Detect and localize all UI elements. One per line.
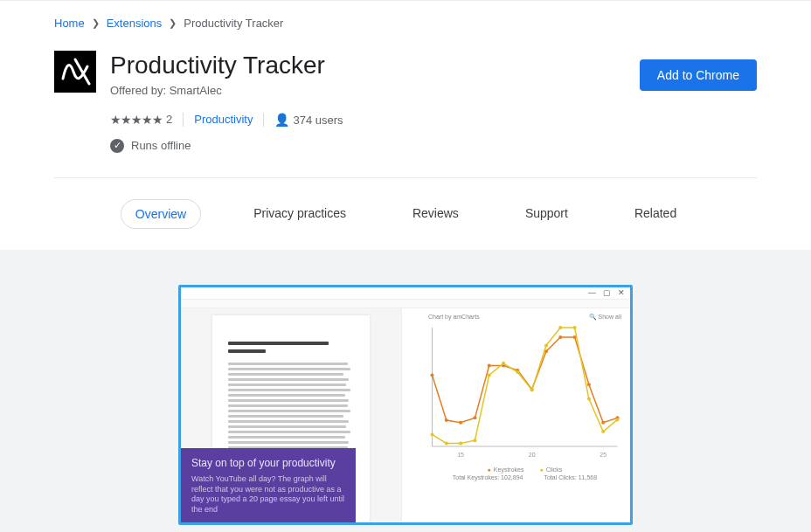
total-keystrokes: Total Keystrokes: 102,894 bbox=[453, 474, 523, 480]
chart-panel: Chart by amCharts 🔍 Show all 152025 Keys… bbox=[401, 308, 630, 522]
svg-point-21 bbox=[473, 439, 476, 442]
category-link[interactable]: Productivity bbox=[194, 113, 253, 126]
svg-point-6 bbox=[459, 420, 462, 424]
document-editor: Stay on top of your productivity Watch Y… bbox=[181, 308, 401, 522]
breadcrumb-extensions[interactable]: Extensions bbox=[107, 17, 163, 30]
star-icon: ★★★★★ bbox=[110, 113, 163, 127]
svg-point-26 bbox=[544, 343, 548, 347]
callout-title: Stay on top of your productivity bbox=[191, 457, 345, 471]
minimize-icon: — bbox=[588, 288, 596, 297]
tab-reviews[interactable]: Reviews bbox=[399, 199, 473, 229]
tab-related[interactable]: Related bbox=[620, 199, 690, 229]
svg-point-15 bbox=[587, 383, 591, 386]
maximize-icon: ▢ bbox=[603, 288, 611, 297]
promo-callout: Stay on top of your productivity Watch Y… bbox=[181, 448, 356, 523]
add-to-chrome-button[interactable]: Add to Chrome bbox=[640, 59, 757, 91]
runs-offline-label: Runs offline bbox=[131, 139, 191, 152]
svg-point-24 bbox=[516, 370, 519, 374]
extension-title: Productivity Tracker bbox=[110, 51, 640, 80]
svg-point-20 bbox=[459, 441, 462, 445]
chevron-right-icon: ❯ bbox=[169, 17, 177, 29]
chart-header: Chart by amCharts bbox=[428, 314, 480, 321]
tab-privacy[interactable]: Privacy practices bbox=[239, 199, 360, 229]
svg-point-23 bbox=[502, 361, 505, 364]
breadcrumb-current: Productivity Tracker bbox=[184, 17, 283, 30]
chevron-right-icon: ❯ bbox=[92, 17, 100, 29]
svg-point-5 bbox=[445, 418, 448, 422]
svg-point-19 bbox=[445, 441, 448, 445]
svg-point-16 bbox=[601, 420, 605, 424]
productivity-chart: 152025 bbox=[428, 322, 621, 462]
divider bbox=[263, 113, 264, 127]
legend-keystrokes: Keystrokes bbox=[488, 466, 524, 473]
svg-point-13 bbox=[558, 335, 562, 338]
extension-icon bbox=[54, 51, 96, 93]
screenshot-gallery: — ▢ ✕ bbox=[0, 250, 811, 532]
divider bbox=[183, 113, 184, 127]
users-count: 👤374 users bbox=[274, 113, 343, 127]
legend-clicks: Clicks bbox=[539, 466, 562, 473]
svg-point-28 bbox=[573, 326, 577, 329]
tab-support[interactable]: Support bbox=[511, 199, 582, 229]
browser-toolbar bbox=[181, 300, 630, 308]
svg-point-27 bbox=[558, 326, 562, 329]
svg-point-22 bbox=[488, 373, 491, 377]
rating-stars[interactable]: ★★★★★ 2 bbox=[110, 113, 172, 127]
callout-body: Watch YouTube all day? The graph will re… bbox=[191, 474, 345, 515]
check-circle-icon: ✓ bbox=[110, 139, 124, 153]
person-icon: 👤 bbox=[274, 113, 289, 127]
svg-point-8 bbox=[488, 363, 491, 367]
svg-point-7 bbox=[473, 416, 476, 419]
svg-point-25 bbox=[530, 388, 534, 391]
tab-overview[interactable]: Overview bbox=[121, 199, 201, 229]
breadcrumb: Home ❯ Extensions ❯ Productivity Tracker bbox=[54, 1, 757, 38]
close-icon: ✕ bbox=[618, 288, 625, 297]
breadcrumb-home[interactable]: Home bbox=[54, 17, 85, 30]
rating-count: 2 bbox=[166, 113, 172, 126]
total-clicks: Total Clicks: 11,568 bbox=[544, 474, 597, 480]
svg-point-18 bbox=[431, 432, 434, 436]
screenshot-image[interactable]: — ▢ ✕ bbox=[178, 285, 633, 525]
svg-line-0 bbox=[75, 59, 89, 84]
svg-point-29 bbox=[587, 397, 591, 400]
svg-text:20: 20 bbox=[529, 452, 536, 458]
svg-point-31 bbox=[616, 418, 620, 421]
svg-text:15: 15 bbox=[457, 452, 464, 458]
offered-by: Offered by: SmartAlec bbox=[110, 84, 640, 97]
window-title-bar: — ▢ ✕ bbox=[181, 287, 630, 300]
svg-point-30 bbox=[601, 430, 605, 433]
show-all-label: 🔍 Show all bbox=[589, 314, 621, 321]
svg-text:25: 25 bbox=[600, 452, 607, 458]
svg-point-4 bbox=[431, 373, 434, 377]
tabs: Overview Privacy practices Reviews Suppo… bbox=[54, 199, 757, 250]
